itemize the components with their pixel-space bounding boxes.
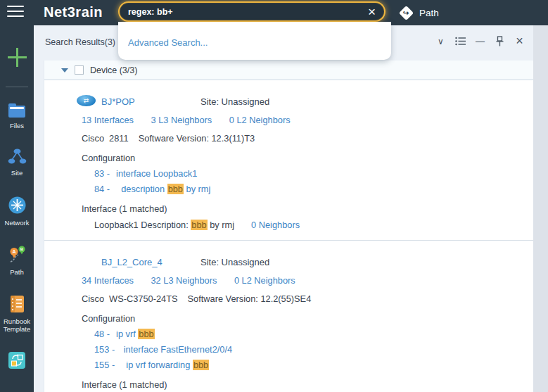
sidebar-item-workflow[interactable] [0,351,34,369]
interfaces-link[interactable]: 34 Interfaces [82,275,134,286]
vertical-scrollbar[interactable] [533,25,548,392]
network-globe-icon [8,196,27,215]
interfaces-link[interactable]: 13 Interfaces [82,115,134,125]
runbook-notebook-icon [8,295,25,313]
panel-window-controls: ∨ — × [435,36,525,46]
netbrain-logo: Net3rain [44,4,103,20]
sidebar-item-files[interactable]: Files [0,106,34,129]
device-name-link[interactable]: BJ_L2_Core_4 [101,257,163,267]
results-list: Device (3/3) ⇄ BJ*POP Site: Unassigned 1… [44,61,533,392]
neighbors-link[interactable]: 0 Neighbors [251,220,300,230]
left-sidebar: Files Site Network [0,25,34,392]
device-group-row[interactable]: Device (3/3) [44,61,533,80]
hamburger-menu-icon[interactable] [7,6,24,19]
interface-matched-title: Interface (1 matched) [82,203,533,214]
search-highlight: bbb [193,360,209,370]
search-highlight: bbb [167,184,184,194]
search-highlight: bbb [191,220,207,230]
folder-icon [8,106,25,118]
interface-matched-title: Interface (1 matched) [82,379,533,390]
device-group-checkbox[interactable] [75,65,84,75]
vendor-model: Cisco 2811 [82,133,129,144]
panel-title: Search Results(3) [45,37,115,47]
device-site: Site: Unassigned [200,257,269,267]
sidebar-item-network[interactable]: Network [0,196,34,227]
list-view-icon[interactable] [455,36,466,46]
device-group-label: Device (3/3) [90,65,137,75]
config-match-line[interactable]: 48 -ip vrf bbb [94,329,533,339]
sidebar-item-runbook-template[interactable]: Runbook Template [0,295,34,334]
search-value[interactable]: regex: bb+ [128,7,368,17]
device-site: Site: Unassigned [200,96,269,107]
close-icon[interactable]: × [514,36,525,46]
site-tree-icon [8,148,27,165]
configuration-title: Configuration [82,153,533,163]
path-diamond-icon: ↪ [399,5,414,20]
vendor-model: Cisco WS-C3750-24TS [82,293,178,304]
topbar-path-button[interactable]: ↪ Path [401,0,439,25]
software-version: Software Version: 12.3(11)T3 [139,133,255,144]
search-clear-icon[interactable]: × [368,5,376,18]
svg-text:A: A [12,249,15,254]
l2-neighbors-link[interactable]: 0 L2 Neighbors [229,115,291,125]
minimize-icon[interactable]: — [475,36,485,46]
add-new-button[interactable] [8,48,27,67]
swap-squares-icon [8,351,26,369]
device-result-card: BJ_L2_Core_4 Site: Unassigned 34 Interfa… [44,241,533,392]
config-match-line[interactable]: 84 - description bbb by rmj [94,184,533,194]
sidebar-item-site[interactable]: Site [0,148,34,177]
search-results-panel: Search Results(3) ∨ — × Device (3/3) [34,25,533,392]
sidebar-divider [6,87,28,87]
config-match-line[interactable]: 153 - interface FastEthernet2/0/4 [94,344,533,355]
search-dropdown: Advanced Search... [118,22,391,60]
device-name-link[interactable]: BJ*POP [101,96,135,107]
svg-text:B: B [20,247,23,251]
pin-icon[interactable] [495,36,505,46]
l3-neighbors-link[interactable]: 32 L3 Neighbors [151,275,217,286]
device-result-card: ⇄ BJ*POP Site: Unassigned 13 Interfaces … [44,80,533,241]
path-pins-icon: A B [8,245,27,264]
configuration-title: Configuration [82,313,533,324]
collapse-triangle-icon[interactable] [61,68,68,72]
l3-neighbors-link[interactable]: 3 L3 Neighbors [151,115,212,125]
advanced-search-link[interactable]: Advanced Search... [128,37,208,48]
device-model-row: Cisco WS-C3750-24TSSoftware Version: 12.… [82,293,533,304]
sidebar-item-path[interactable]: A B Path [0,245,34,276]
path-label: Path [419,8,439,18]
chevron-down-icon[interactable]: ∨ [435,36,446,46]
global-search-input[interactable]: regex: bb+ × [118,1,385,22]
l2-neighbors-link[interactable]: 0 L2 Neighbors [234,275,295,286]
search-highlight: bbb [138,329,154,339]
software-version: Software Version: 12.2(55)SE4 [188,293,312,304]
config-match-line[interactable]: 155 - ip vrf forwarding bbb [94,360,533,370]
router-icon: ⇄ [77,95,96,106]
interface-match-line: Loopback1 Description: bbb by rmj0 Neigh… [94,220,533,230]
device-model-row: Cisco 2811Software Version: 12.3(11)T3 [82,133,533,144]
config-match-line[interactable]: 83 -interface Loopback1 [94,168,533,179]
